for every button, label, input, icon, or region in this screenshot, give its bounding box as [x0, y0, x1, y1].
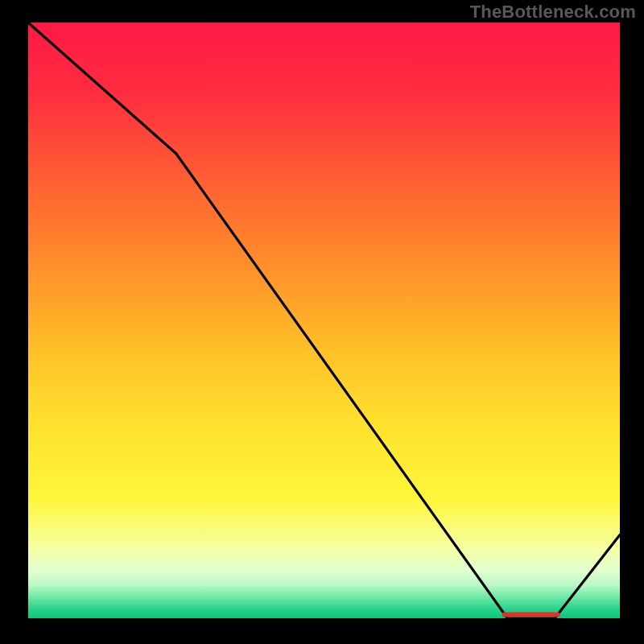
chart-frame: TheBottleneck.com — [0, 0, 644, 644]
watermark-text: TheBottleneck.com — [470, 2, 636, 23]
bottleneck-chart — [28, 23, 620, 618]
gradient-background — [28, 23, 620, 618]
plot-area — [28, 23, 620, 618]
